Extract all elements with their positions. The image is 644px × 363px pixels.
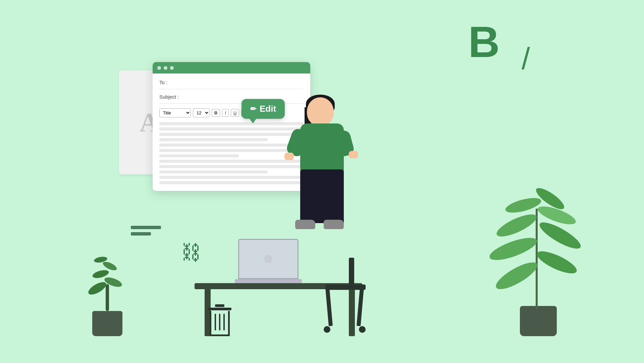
text-line — [159, 149, 304, 152]
trash-handle — [215, 304, 224, 307]
chair-wheel-2 — [359, 326, 366, 333]
subject-label: Subject : — [159, 94, 179, 100]
trash-line — [219, 314, 220, 330]
deco-link-icon: ⛓ — [181, 241, 201, 264]
underline-button[interactable]: U — [231, 109, 239, 117]
edit-bubble[interactable]: ✏ Edit — [241, 99, 285, 119]
plant-left-stem — [106, 284, 109, 311]
laptop-base — [235, 279, 302, 283]
text-line — [159, 122, 304, 125]
window-dot-1 — [157, 66, 161, 70]
text-line — [159, 127, 304, 131]
text-line — [159, 144, 304, 147]
italic-button[interactable]: I — [222, 109, 229, 117]
desk-leg-right — [349, 284, 355, 336]
bold-button[interactable]: B — [212, 109, 220, 117]
email-window: To : Subject : Title Heading 1 Heading 2… — [153, 62, 310, 191]
deco-slash: / — [522, 44, 530, 74]
text-line — [159, 138, 268, 141]
person-hand-left — [284, 153, 294, 160]
trash-can — [208, 304, 231, 336]
window-body: To : Subject : Title Heading 1 Heading 2… — [153, 73, 310, 191]
person-leg-split — [621, 357, 623, 363]
text-area — [159, 122, 304, 184]
deco-b-letter: B — [468, 20, 500, 64]
edit-label: Edit — [260, 104, 276, 114]
trash-lid — [208, 308, 231, 310]
size-dropdown[interactable]: 8 10 12 14 16 — [193, 108, 210, 117]
text-line — [159, 176, 304, 179]
text-line — [159, 133, 304, 136]
chair-back — [349, 258, 354, 284]
text-line — [159, 181, 304, 184]
window-dot-3 — [170, 66, 174, 70]
plant-right-leaves — [490, 175, 584, 309]
deco-line-1 — [131, 226, 161, 229]
text-line — [159, 154, 239, 157]
chair-wheel-1 — [324, 326, 330, 333]
text-line — [159, 165, 304, 168]
to-label: To : — [159, 80, 167, 85]
laptop-screen — [238, 239, 299, 279]
svg-point-4 — [536, 218, 584, 253]
deco-line-2 — [131, 232, 151, 236]
plant-left-pot — [92, 311, 122, 336]
svg-point-1 — [492, 258, 540, 294]
plant-right-pot — [520, 306, 557, 336]
to-field-row: To : — [159, 80, 304, 89]
style-dropdown[interactable]: Title Heading 1 Heading 2 Normal — [159, 108, 191, 117]
trash-body — [210, 311, 230, 336]
svg-point-3 — [490, 234, 539, 265]
trash-lines — [211, 311, 228, 330]
person-legs — [300, 169, 344, 223]
text-line — [159, 170, 268, 173]
window-titlebar — [153, 62, 310, 73]
window-dot-2 — [164, 66, 167, 70]
person-hand-right — [349, 151, 358, 158]
svg-point-2 — [534, 247, 580, 277]
trash-line — [223, 314, 225, 330]
pencil-icon: ✏ — [250, 105, 256, 113]
svg-point-5 — [494, 210, 539, 241]
person-head — [307, 97, 334, 126]
trash-line — [215, 314, 216, 330]
person-shoe-right — [324, 220, 344, 229]
laptop-logo — [264, 255, 272, 263]
deco-lines — [131, 226, 161, 236]
text-line — [159, 160, 304, 163]
person-shoe-left — [295, 220, 315, 229]
